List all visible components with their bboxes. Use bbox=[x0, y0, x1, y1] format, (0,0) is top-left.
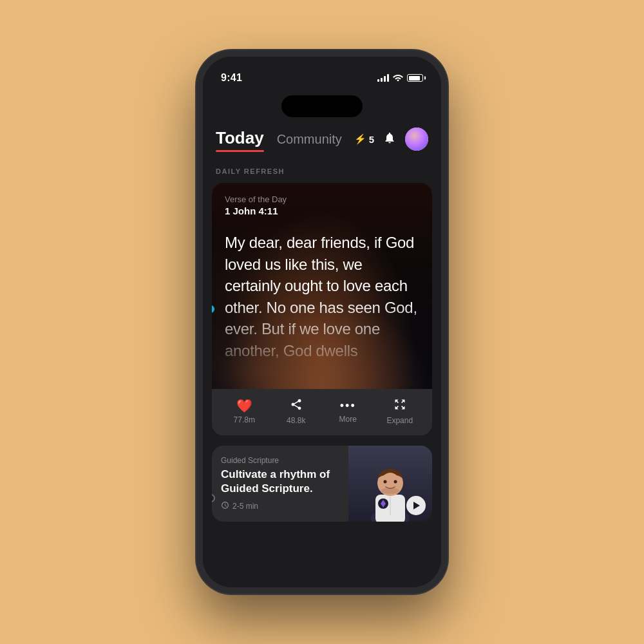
action-bar: ❤️ 77.8m 48.8k ••• More bbox=[212, 389, 432, 435]
status-bar: 9:41 bbox=[203, 57, 441, 91]
guided-title: Cultivate a rhythm of Guided Scripture. bbox=[221, 468, 339, 496]
scroll-content[interactable]: DAILY REFRESH Verse of the Day 1 John 4:… bbox=[203, 156, 441, 587]
dynamic-island bbox=[281, 95, 363, 117]
guided-duration: 2-5 min bbox=[221, 501, 339, 511]
verse-header: Verse of the Day 1 John 4:11 bbox=[212, 183, 432, 216]
status-time: 9:41 bbox=[221, 72, 242, 84]
streak-count: 5 bbox=[369, 134, 374, 145]
streak-icon: ⚡ bbox=[354, 133, 366, 145]
verse-label: Verse of the Day bbox=[225, 194, 419, 204]
like-count: 77.8m bbox=[234, 415, 255, 424]
expand-action[interactable]: Expand bbox=[374, 398, 426, 425]
play-button[interactable] bbox=[406, 496, 426, 515]
nav-tabs: Today Community bbox=[216, 128, 354, 151]
verse-reference: 1 John 4:11 bbox=[225, 205, 419, 216]
expand-icon bbox=[393, 398, 406, 413]
share-count: 48.8k bbox=[287, 416, 305, 425]
like-action[interactable]: ❤️ 77.8m bbox=[218, 399, 270, 424]
status-icons bbox=[377, 73, 423, 83]
svg-point-5 bbox=[394, 480, 397, 484]
battery-icon bbox=[407, 74, 423, 82]
verse-card-inner: Verse of the Day 1 John 4:11 My dear, de… bbox=[212, 183, 432, 389]
tab-community[interactable]: Community bbox=[277, 132, 342, 147]
play-triangle-icon bbox=[413, 502, 420, 509]
wifi-icon bbox=[393, 73, 403, 83]
clock-icon bbox=[221, 501, 229, 511]
guided-card-content: Guided Scripture Cultivate a rhythm of G… bbox=[212, 446, 348, 522]
more-action[interactable]: ••• More bbox=[322, 400, 374, 424]
signal-icon bbox=[377, 74, 389, 82]
guided-card-image bbox=[348, 446, 432, 522]
tab-today[interactable]: Today bbox=[216, 128, 264, 151]
guided-card[interactable]: Guided Scripture Cultivate a rhythm of G… bbox=[212, 446, 432, 522]
streak-badge[interactable]: ⚡ 5 bbox=[354, 133, 374, 145]
verse-text: My dear, dear friends, if God loved us l… bbox=[212, 216, 432, 381]
heart-icon: ❤️ bbox=[236, 399, 252, 412]
phone-frame: 9:41 Today Community bbox=[196, 50, 448, 594]
share-action[interactable]: 48.8k bbox=[270, 398, 323, 425]
duration-text: 2-5 min bbox=[232, 502, 258, 511]
expand-label: Expand bbox=[386, 416, 413, 425]
share-icon bbox=[290, 398, 303, 413]
more-label: More bbox=[339, 415, 357, 424]
header-actions: ⚡ 5 bbox=[354, 128, 428, 151]
more-icon: ••• bbox=[340, 400, 356, 412]
avatar[interactable] bbox=[405, 128, 428, 151]
svg-point-4 bbox=[384, 480, 387, 484]
guided-label: Guided Scripture bbox=[221, 456, 339, 465]
verse-card: Verse of the Day 1 John 4:11 My dear, de… bbox=[212, 183, 432, 435]
header: Today Community ⚡ 5 bbox=[203, 117, 441, 156]
section-label: DAILY REFRESH bbox=[203, 161, 441, 183]
bell-icon[interactable] bbox=[383, 131, 396, 147]
